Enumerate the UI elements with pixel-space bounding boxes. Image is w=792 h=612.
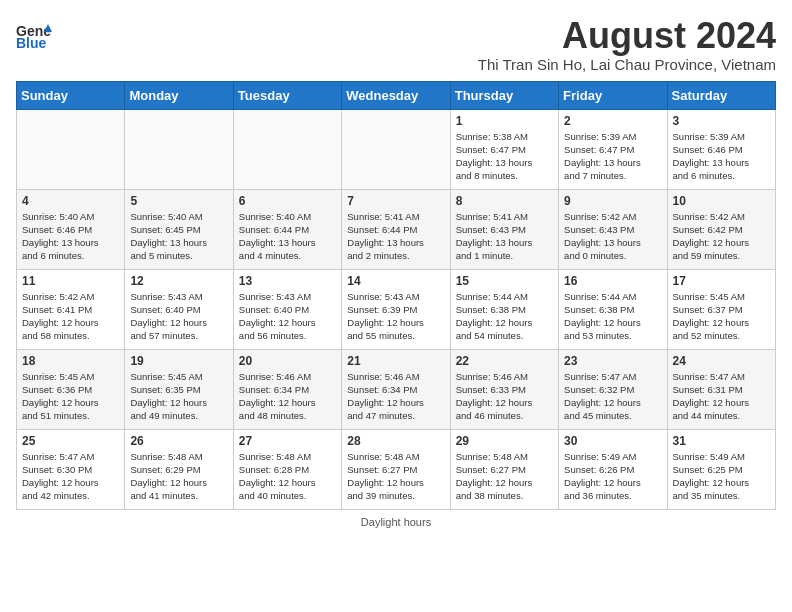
day-number: 3	[673, 114, 770, 128]
day-info: Sunrise: 5:47 AM Sunset: 6:30 PM Dayligh…	[22, 450, 119, 503]
calendar-cell: 30Sunrise: 5:49 AM Sunset: 6:26 PM Dayli…	[559, 429, 667, 509]
day-info: Sunrise: 5:46 AM Sunset: 6:34 PM Dayligh…	[239, 370, 336, 423]
footer-note: Daylight hours	[16, 516, 776, 528]
day-info: Sunrise: 5:46 AM Sunset: 6:34 PM Dayligh…	[347, 370, 444, 423]
day-info: Sunrise: 5:45 AM Sunset: 6:37 PM Dayligh…	[673, 290, 770, 343]
calendar-cell: 19Sunrise: 5:45 AM Sunset: 6:35 PM Dayli…	[125, 349, 233, 429]
day-number: 6	[239, 194, 336, 208]
header-cell-saturday: Saturday	[667, 81, 775, 109]
header: General Blue August 2024 Thi Tran Sin Ho…	[16, 16, 776, 73]
calendar-cell: 10Sunrise: 5:42 AM Sunset: 6:42 PM Dayli…	[667, 189, 775, 269]
header-cell-friday: Friday	[559, 81, 667, 109]
calendar-cell	[125, 109, 233, 189]
day-info: Sunrise: 5:40 AM Sunset: 6:44 PM Dayligh…	[239, 210, 336, 263]
day-info: Sunrise: 5:48 AM Sunset: 6:27 PM Dayligh…	[456, 450, 553, 503]
calendar-subtitle: Thi Tran Sin Ho, Lai Chau Province, Viet…	[478, 56, 776, 73]
calendar-cell: 29Sunrise: 5:48 AM Sunset: 6:27 PM Dayli…	[450, 429, 558, 509]
day-number: 7	[347, 194, 444, 208]
day-info: Sunrise: 5:49 AM Sunset: 6:25 PM Dayligh…	[673, 450, 770, 503]
day-info: Sunrise: 5:46 AM Sunset: 6:33 PM Dayligh…	[456, 370, 553, 423]
calendar-cell: 20Sunrise: 5:46 AM Sunset: 6:34 PM Dayli…	[233, 349, 341, 429]
day-number: 23	[564, 354, 661, 368]
logo: General Blue	[16, 16, 52, 56]
calendar-cell	[233, 109, 341, 189]
calendar-cell: 7Sunrise: 5:41 AM Sunset: 6:44 PM Daylig…	[342, 189, 450, 269]
day-number: 11	[22, 274, 119, 288]
calendar-cell: 26Sunrise: 5:48 AM Sunset: 6:29 PM Dayli…	[125, 429, 233, 509]
week-row-2: 11Sunrise: 5:42 AM Sunset: 6:41 PM Dayli…	[17, 269, 776, 349]
day-info: Sunrise: 5:41 AM Sunset: 6:44 PM Dayligh…	[347, 210, 444, 263]
day-info: Sunrise: 5:48 AM Sunset: 6:29 PM Dayligh…	[130, 450, 227, 503]
calendar-cell: 2Sunrise: 5:39 AM Sunset: 6:47 PM Daylig…	[559, 109, 667, 189]
calendar-cell: 4Sunrise: 5:40 AM Sunset: 6:46 PM Daylig…	[17, 189, 125, 269]
day-info: Sunrise: 5:42 AM Sunset: 6:42 PM Dayligh…	[673, 210, 770, 263]
calendar-cell: 5Sunrise: 5:40 AM Sunset: 6:45 PM Daylig…	[125, 189, 233, 269]
calendar-cell: 27Sunrise: 5:48 AM Sunset: 6:28 PM Dayli…	[233, 429, 341, 509]
day-number: 5	[130, 194, 227, 208]
calendar-cell: 13Sunrise: 5:43 AM Sunset: 6:40 PM Dayli…	[233, 269, 341, 349]
day-number: 28	[347, 434, 444, 448]
calendar-cell	[17, 109, 125, 189]
calendar-cell: 6Sunrise: 5:40 AM Sunset: 6:44 PM Daylig…	[233, 189, 341, 269]
calendar-cell: 17Sunrise: 5:45 AM Sunset: 6:37 PM Dayli…	[667, 269, 775, 349]
week-row-4: 25Sunrise: 5:47 AM Sunset: 6:30 PM Dayli…	[17, 429, 776, 509]
calendar-cell	[342, 109, 450, 189]
day-number: 25	[22, 434, 119, 448]
calendar-cell: 28Sunrise: 5:48 AM Sunset: 6:27 PM Dayli…	[342, 429, 450, 509]
svg-text:Blue: Blue	[16, 35, 47, 51]
day-number: 15	[456, 274, 553, 288]
calendar-cell: 3Sunrise: 5:39 AM Sunset: 6:46 PM Daylig…	[667, 109, 775, 189]
day-number: 13	[239, 274, 336, 288]
week-row-3: 18Sunrise: 5:45 AM Sunset: 6:36 PM Dayli…	[17, 349, 776, 429]
header-cell-monday: Monday	[125, 81, 233, 109]
day-info: Sunrise: 5:41 AM Sunset: 6:43 PM Dayligh…	[456, 210, 553, 263]
day-info: Sunrise: 5:47 AM Sunset: 6:31 PM Dayligh…	[673, 370, 770, 423]
day-number: 12	[130, 274, 227, 288]
day-number: 19	[130, 354, 227, 368]
day-number: 17	[673, 274, 770, 288]
day-number: 21	[347, 354, 444, 368]
day-number: 24	[673, 354, 770, 368]
week-row-0: 1Sunrise: 5:38 AM Sunset: 6:47 PM Daylig…	[17, 109, 776, 189]
day-info: Sunrise: 5:40 AM Sunset: 6:46 PM Dayligh…	[22, 210, 119, 263]
day-info: Sunrise: 5:49 AM Sunset: 6:26 PM Dayligh…	[564, 450, 661, 503]
day-number: 18	[22, 354, 119, 368]
day-number: 29	[456, 434, 553, 448]
day-info: Sunrise: 5:44 AM Sunset: 6:38 PM Dayligh…	[456, 290, 553, 343]
calendar-cell: 15Sunrise: 5:44 AM Sunset: 6:38 PM Dayli…	[450, 269, 558, 349]
header-cell-wednesday: Wednesday	[342, 81, 450, 109]
calendar-table: SundayMondayTuesdayWednesdayThursdayFrid…	[16, 81, 776, 510]
calendar-cell: 31Sunrise: 5:49 AM Sunset: 6:25 PM Dayli…	[667, 429, 775, 509]
calendar-cell: 8Sunrise: 5:41 AM Sunset: 6:43 PM Daylig…	[450, 189, 558, 269]
day-number: 1	[456, 114, 553, 128]
day-number: 16	[564, 274, 661, 288]
page-container: General Blue August 2024 Thi Tran Sin Ho…	[16, 16, 776, 528]
calendar-cell: 18Sunrise: 5:45 AM Sunset: 6:36 PM Dayli…	[17, 349, 125, 429]
calendar-title: August 2024	[478, 16, 776, 56]
day-number: 20	[239, 354, 336, 368]
day-info: Sunrise: 5:39 AM Sunset: 6:46 PM Dayligh…	[673, 130, 770, 183]
day-info: Sunrise: 5:45 AM Sunset: 6:36 PM Dayligh…	[22, 370, 119, 423]
calendar-cell: 24Sunrise: 5:47 AM Sunset: 6:31 PM Dayli…	[667, 349, 775, 429]
calendar-cell: 14Sunrise: 5:43 AM Sunset: 6:39 PM Dayli…	[342, 269, 450, 349]
day-info: Sunrise: 5:43 AM Sunset: 6:40 PM Dayligh…	[239, 290, 336, 343]
calendar-cell: 1Sunrise: 5:38 AM Sunset: 6:47 PM Daylig…	[450, 109, 558, 189]
day-number: 4	[22, 194, 119, 208]
day-info: Sunrise: 5:42 AM Sunset: 6:43 PM Dayligh…	[564, 210, 661, 263]
logo-icon: General Blue	[16, 16, 52, 56]
day-number: 10	[673, 194, 770, 208]
day-info: Sunrise: 5:43 AM Sunset: 6:39 PM Dayligh…	[347, 290, 444, 343]
day-number: 14	[347, 274, 444, 288]
day-info: Sunrise: 5:48 AM Sunset: 6:27 PM Dayligh…	[347, 450, 444, 503]
day-info: Sunrise: 5:45 AM Sunset: 6:35 PM Dayligh…	[130, 370, 227, 423]
day-info: Sunrise: 5:39 AM Sunset: 6:47 PM Dayligh…	[564, 130, 661, 183]
calendar-cell: 21Sunrise: 5:46 AM Sunset: 6:34 PM Dayli…	[342, 349, 450, 429]
day-info: Sunrise: 5:44 AM Sunset: 6:38 PM Dayligh…	[564, 290, 661, 343]
header-cell-tuesday: Tuesday	[233, 81, 341, 109]
header-row: SundayMondayTuesdayWednesdayThursdayFrid…	[17, 81, 776, 109]
header-cell-thursday: Thursday	[450, 81, 558, 109]
calendar-cell: 9Sunrise: 5:42 AM Sunset: 6:43 PM Daylig…	[559, 189, 667, 269]
day-info: Sunrise: 5:38 AM Sunset: 6:47 PM Dayligh…	[456, 130, 553, 183]
day-number: 27	[239, 434, 336, 448]
calendar-cell: 11Sunrise: 5:42 AM Sunset: 6:41 PM Dayli…	[17, 269, 125, 349]
